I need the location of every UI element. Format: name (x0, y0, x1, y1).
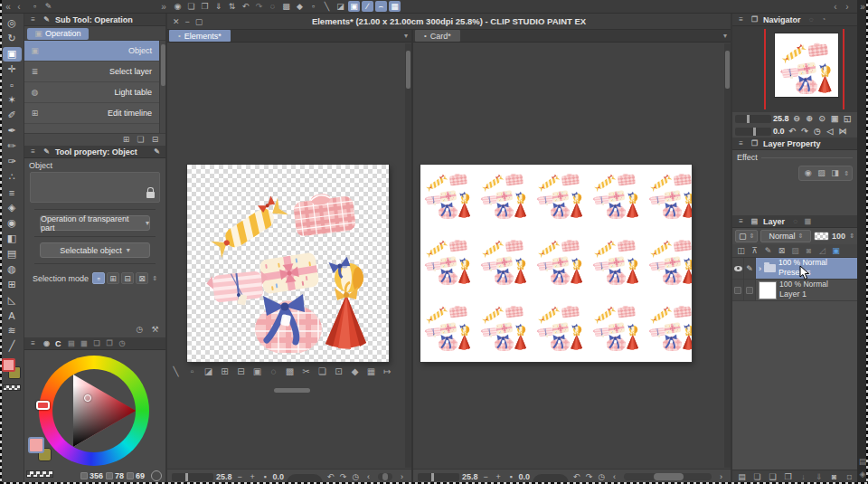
selectable-object-dropdown[interactable]: Selectable object▾ (40, 242, 150, 258)
launcher-grip[interactable] (274, 388, 310, 393)
layer-edit-checkbox[interactable] (746, 287, 753, 294)
panel-menu-icon[interactable]: ≡ (736, 14, 746, 24)
intermediate-color-tab[interactable]: ❏ (92, 338, 102, 348)
new-raster-layer-icon[interactable]: ❏ (751, 472, 763, 483)
snap-ruler-icon[interactable]: ∕ (362, 1, 373, 12)
brush-tool[interactable]: ✑ (3, 155, 22, 169)
nav-rotate-cw-icon[interactable]: ↷ (799, 126, 811, 137)
fill-icon[interactable]: ◆ (349, 366, 361, 377)
tab-menu-icon[interactable]: ▾ (404, 32, 410, 40)
vertical-scrollbar[interactable] (405, 43, 411, 468)
color-wheel-tab-icon[interactable]: ◉ (42, 338, 52, 348)
correct-line-tool[interactable]: ╱ (3, 339, 22, 354)
apply-mask-icon[interactable]: ◘ (844, 472, 855, 483)
duplicate-subtool-icon[interactable]: ❏ (135, 135, 146, 146)
clear-outside-icon[interactable]: ◌ (268, 366, 279, 377)
mini-swatch-icon[interactable]: ▫ (29, 1, 41, 12)
gradient-tool[interactable]: ▤ (3, 247, 22, 261)
rotate-ccw-icon[interactable]: ↶ (326, 472, 335, 481)
zoom-fit-icon[interactable]: ▪ (260, 472, 270, 481)
panel-menu-icon[interactable]: ≡ (736, 216, 746, 226)
zoom-slider[interactable] (418, 473, 459, 481)
clip-studio-icon[interactable]: ◉ (172, 1, 184, 12)
border-effect-icon[interactable]: ◉ (802, 168, 814, 179)
lock-transparent-pixels-icon[interactable]: ▨ (789, 245, 801, 256)
auto-select-tool[interactable]: ✶ (3, 93, 22, 108)
window-maximize-button[interactable]: ▢ (195, 17, 203, 26)
panel-menu-icon[interactable]: ≡ (28, 338, 38, 348)
selection-mode-multiply[interactable]: ⊠ (136, 272, 148, 284)
pencil-tool[interactable]: ✏ (3, 139, 22, 154)
save-file-icon[interactable]: ⇓ (212, 1, 224, 12)
cut-paste-icon[interactable]: ✂ (300, 366, 312, 377)
window-minimize-button[interactable]: − (185, 17, 190, 26)
selection-mode-subtract[interactable]: ⊟ (121, 272, 134, 284)
rotate-ccw-icon[interactable]: ↶ (571, 472, 581, 481)
eraser-tool[interactable]: ◈ (3, 201, 22, 215)
window-close-button[interactable]: ✕ (173, 17, 180, 26)
link-ruler-icon[interactable]: ◿ (816, 245, 828, 256)
nav-subview-tab[interactable]: ◌ (807, 14, 816, 24)
selection-tool[interactable]: ▫ (3, 78, 22, 92)
line-correct-tool[interactable]: ≋ (3, 324, 22, 338)
collapse-left-icon[interactable]: « (4, 2, 13, 12)
create-layer-mask-icon[interactable]: ◙ (828, 472, 840, 483)
collapse-left2-icon[interactable]: ‹ (14, 2, 24, 12)
rotate-cw-icon[interactable]: ↷ (584, 472, 594, 481)
nav-fit-screen-icon[interactable]: ▣ (829, 113, 841, 124)
layer-row-layer1[interactable]: 100 % Normal Layer 1 (732, 280, 857, 301)
right-collapse-icon[interactable]: ‹ (831, 2, 840, 12)
balloon-tool[interactable]: ◍ (3, 262, 22, 277)
clip-to-layer-below-icon[interactable]: ◫ (735, 245, 747, 256)
invert-selection-icon[interactable]: ◪ (335, 1, 346, 12)
snap-grid-icon[interactable]: ▦ (389, 1, 401, 12)
tab-card[interactable]: • Card* (415, 30, 460, 42)
collapse-bar-icon[interactable]: ‹ (609, 472, 619, 481)
selection-mode-add[interactable]: ⊞ (107, 272, 119, 284)
collapse-bar-icon[interactable]: ‹ (363, 472, 373, 481)
foreground-color-swatch[interactable] (28, 437, 44, 453)
nav-zoom-in-icon[interactable]: ⊕ (804, 113, 816, 124)
clear-icon[interactable]: ▣ (251, 366, 263, 377)
expand-selection-icon[interactable]: ⊞ (219, 366, 231, 377)
panel-menu-icon[interactable]: ≡ (28, 14, 38, 24)
rotate-cw-icon[interactable]: ↷ (338, 472, 348, 481)
wrench-icon[interactable]: ⚒ (149, 324, 161, 335)
canvas-card[interactable] (420, 165, 692, 362)
transfer-to-layer-icon[interactable]: ↓ (797, 472, 809, 483)
reset-rotation-icon[interactable]: ◷ (351, 472, 361, 481)
deselect-icon[interactable]: ╲ (170, 366, 182, 377)
shrink-selection-icon[interactable]: ⊟ (235, 366, 247, 377)
spinner-icon[interactable]: ⇕ (152, 275, 157, 282)
new-tone-icon[interactable]: ▦ (365, 366, 377, 377)
horizontal-scrollbar[interactable] (378, 473, 392, 480)
main-color-swatches[interactable] (2, 358, 22, 382)
add-subtool-icon[interactable]: ⊞ (120, 135, 132, 146)
draft-layer-icon[interactable]: ✎ (762, 245, 774, 256)
tone-effect-icon[interactable]: ▨ (816, 168, 827, 179)
new-file-icon[interactable]: ❏ (185, 1, 197, 12)
layer-menu-icon[interactable]: ▤ (736, 472, 748, 483)
color-pick-cursor[interactable] (84, 394, 91, 402)
undo-icon[interactable]: ↶ (240, 1, 251, 12)
subtool-edit-timeline[interactable]: ⊞ Edit timeline (24, 103, 159, 124)
nav-reset-view-icon[interactable]: ◁ (825, 126, 836, 137)
layer-search-tab[interactable]: ◌ (790, 216, 800, 226)
canvas-elements[interactable] (187, 165, 389, 362)
layer-visible-checkbox[interactable] (734, 287, 741, 294)
expand-left-icon[interactable]: » (159, 2, 168, 12)
spinner-icon[interactable]: ⇕ (849, 233, 854, 240)
tab-elements[interactable]: • Elements* (169, 30, 231, 42)
transparent-color-swatch[interactable] (26, 470, 53, 478)
nav-info-tab[interactable]: ◔ (819, 14, 829, 24)
subtool-select-layer[interactable]: ≣ Select layer (24, 62, 159, 82)
nav-flip-horizontal-icon[interactable]: ⋈ (837, 126, 849, 137)
subtool-scrollbar[interactable] (159, 41, 165, 133)
copy-paste-icon[interactable]: ❏ (316, 366, 328, 377)
nav-rotation-slider[interactable] (735, 128, 771, 136)
reset-rotation-icon[interactable]: ◷ (597, 472, 607, 481)
snap-special-ruler-icon[interactable]: ⌢ (375, 1, 387, 12)
right-collapse2-icon[interactable]: › (843, 2, 852, 12)
color-set-tab[interactable]: ▦ (80, 338, 90, 348)
nav-zoom-out-icon[interactable]: ⊖ (791, 113, 803, 124)
